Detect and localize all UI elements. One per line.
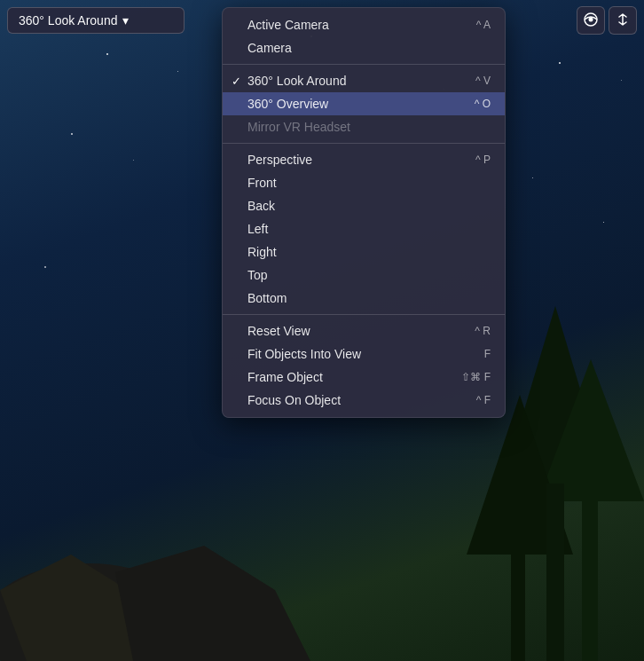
menu-item-label-mirror-vr: Mirror VR Headset: [247, 120, 491, 134]
menu-item-shortcut-look-around: ^ V: [475, 75, 491, 87]
menu-divider: [223, 64, 505, 65]
menu-item-top[interactable]: Top: [223, 264, 505, 287]
menu-item-label-active-camera: Active Camera: [247, 18, 462, 32]
menu-item-label-overview: 360° Overview: [247, 97, 460, 111]
menu-item-frame-object[interactable]: Frame Object⇧⌘ F: [223, 366, 505, 389]
menu-item-label-frame-object: Frame Object: [247, 370, 447, 384]
menu-item-fit-objects[interactable]: Fit Objects Into ViewF: [223, 342, 505, 366]
svg-point-11: [589, 17, 593, 21]
menu-item-label-left: Left: [247, 222, 491, 236]
menu-item-shortcut-reset-view: ^ R: [475, 325, 491, 337]
menu-item-label-fit-objects: Fit Objects Into View: [247, 347, 470, 361]
menu-item-shortcut-overview: ^ O: [475, 98, 491, 110]
menu-item-perspective[interactable]: Perspective^ P: [223, 148, 505, 171]
top-bar-icons: [577, 6, 637, 35]
svg-marker-9: [115, 546, 310, 661]
menu-item-label-bottom: Bottom: [247, 291, 491, 305]
menu-item-shortcut-focus-object: ^ F: [476, 394, 491, 406]
menu-item-label-perspective: Perspective: [247, 153, 461, 167]
menu-item-overview[interactable]: 360° Overview^ O: [223, 92, 505, 115]
menu-item-back[interactable]: Back: [223, 194, 505, 217]
menu-item-bottom[interactable]: Bottom: [223, 287, 505, 310]
arrows-icon-button[interactable]: [609, 6, 637, 35]
menu-item-label-look-around: 360° Look Around: [247, 74, 461, 88]
dropdown-arrow-icon: ▾: [122, 13, 129, 28]
eye-icon: [583, 12, 599, 30]
menu-divider: [223, 314, 505, 315]
view-dropdown-menu: Active Camera^ ACamera360° Look Around^ …: [222, 7, 506, 418]
menu-item-focus-object[interactable]: Focus On Object^ F: [223, 389, 505, 412]
menu-item-label-top: Top: [247, 268, 491, 282]
menu-item-active-camera[interactable]: Active Camera^ A: [223, 13, 505, 36]
menu-item-front[interactable]: Front: [223, 171, 505, 194]
menu-item-mirror-vr: Mirror VR Headset: [223, 115, 505, 138]
menu-divider: [223, 143, 505, 144]
menu-item-look-around[interactable]: 360° Look Around^ V: [223, 69, 505, 92]
rocks-silhouette: [0, 484, 310, 661]
svg-rect-3: [546, 484, 564, 661]
eye-icon-button[interactable]: [577, 6, 605, 35]
dropdown-label: 360° Look Around: [19, 13, 117, 28]
menu-item-label-camera: Camera: [247, 41, 491, 55]
arrows-icon: [616, 12, 630, 29]
svg-rect-5: [511, 555, 525, 661]
menu-item-right[interactable]: Right: [223, 240, 505, 264]
menu-item-shortcut-fit-objects: F: [484, 348, 491, 360]
menu-item-label-right: Right: [247, 245, 491, 259]
menu-item-left[interactable]: Left: [223, 217, 505, 240]
menu-item-label-focus-object: Focus On Object: [247, 393, 462, 407]
svg-rect-4: [582, 501, 598, 661]
menu-item-camera[interactable]: Camera: [223, 36, 505, 59]
menu-item-reset-view[interactable]: Reset View^ R: [223, 319, 505, 342]
menu-item-label-back: Back: [247, 199, 491, 213]
menu-item-shortcut-active-camera: ^ A: [476, 19, 491, 31]
view-dropdown-button[interactable]: 360° Look Around ▾: [7, 7, 185, 34]
menu-item-label-reset-view: Reset View: [247, 324, 460, 338]
menu-item-shortcut-perspective: ^ P: [475, 153, 491, 166]
menu-item-label-front: Front: [247, 176, 491, 190]
menu-item-shortcut-frame-object: ⇧⌘ F: [461, 371, 491, 383]
